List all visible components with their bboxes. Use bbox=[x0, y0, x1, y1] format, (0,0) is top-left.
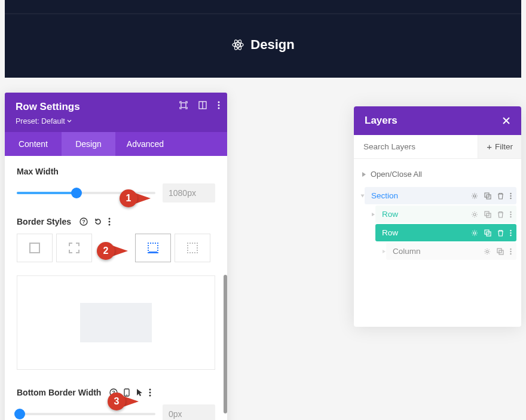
more-icon[interactable] bbox=[510, 248, 512, 255]
layer-actions bbox=[471, 192, 512, 200]
layers-header: Layers bbox=[354, 106, 521, 135]
bottom-border-slider[interactable] bbox=[17, 413, 155, 415]
layer-row[interactable]: Row bbox=[375, 206, 516, 223]
page-title: Design bbox=[250, 37, 294, 53]
search-input[interactable] bbox=[354, 135, 478, 158]
preset-dropdown[interactable]: Preset: Default bbox=[16, 117, 72, 125]
panel-header-actions bbox=[179, 101, 220, 109]
layers-panel: Layers + Filter Open/Close All Section bbox=[354, 106, 521, 327]
more-icon[interactable] bbox=[149, 388, 151, 397]
slider-thumb[interactable] bbox=[14, 409, 25, 419]
svg-point-39 bbox=[510, 234, 511, 235]
layer-section[interactable]: Section bbox=[365, 187, 516, 204]
svg-point-32 bbox=[510, 213, 511, 214]
more-icon[interactable] bbox=[108, 217, 111, 226]
gear-icon[interactable] bbox=[484, 248, 491, 255]
open-close-all[interactable]: Open/Close All bbox=[359, 166, 516, 186]
focus-icon[interactable] bbox=[179, 101, 188, 109]
svg-point-34 bbox=[473, 232, 476, 234]
svg-point-28 bbox=[473, 213, 476, 216]
more-icon[interactable] bbox=[510, 192, 512, 200]
callout-1: 1 bbox=[120, 189, 151, 207]
settings-tabs: Content Design Advanced bbox=[5, 132, 227, 156]
layers-title: Layers bbox=[365, 115, 397, 127]
page-title-area: Design bbox=[5, 0, 521, 53]
svg-point-33 bbox=[510, 216, 511, 217]
gear-icon[interactable] bbox=[471, 211, 478, 218]
max-width-value[interactable]: 1080px bbox=[163, 183, 215, 203]
layer-row-active[interactable]: Row bbox=[375, 224, 516, 241]
close-button[interactable] bbox=[502, 117, 510, 125]
svg-point-45 bbox=[510, 253, 511, 254]
tab-advanced[interactable]: Advanced bbox=[115, 132, 175, 156]
svg-point-27 bbox=[510, 197, 511, 198]
svg-point-19 bbox=[149, 389, 151, 391]
gear-icon[interactable] bbox=[471, 229, 478, 237]
duplicate-icon[interactable] bbox=[497, 248, 504, 255]
scrollbar[interactable] bbox=[224, 275, 227, 413]
border-style-bottom[interactable] bbox=[135, 234, 171, 262]
more-icon[interactable] bbox=[510, 211, 512, 218]
border-styles-actions: ? bbox=[79, 217, 111, 226]
layers-search-row: + Filter bbox=[354, 135, 521, 159]
close-icon bbox=[502, 117, 510, 125]
tab-content[interactable]: Content bbox=[5, 132, 62, 156]
svg-point-0 bbox=[237, 44, 239, 46]
svg-point-13 bbox=[109, 221, 111, 223]
header-banner: Design bbox=[5, 0, 521, 78]
preview-shape bbox=[80, 303, 152, 342]
svg-point-40 bbox=[486, 250, 488, 253]
layer-label: Row bbox=[382, 210, 398, 219]
caret-right-icon bbox=[383, 250, 386, 253]
border-style-dashed[interactable] bbox=[56, 234, 92, 262]
gear-icon[interactable] bbox=[471, 192, 478, 200]
layer-actions bbox=[471, 229, 512, 237]
border-style-dotted[interactable] bbox=[175, 234, 210, 262]
more-icon[interactable] bbox=[510, 229, 512, 237]
callout-bubble: 2 bbox=[97, 242, 115, 260]
max-width-control: 1080px bbox=[17, 183, 215, 203]
svg-point-7 bbox=[218, 102, 220, 103]
slider-fill bbox=[17, 192, 77, 194]
layer-label: Column bbox=[393, 247, 421, 256]
reset-icon[interactable] bbox=[94, 217, 102, 226]
trash-icon[interactable] bbox=[497, 211, 504, 218]
svg-rect-4 bbox=[181, 103, 186, 108]
svg-point-25 bbox=[510, 192, 511, 194]
max-width-label: Max Width bbox=[17, 167, 215, 176]
trash-icon[interactable] bbox=[497, 229, 504, 237]
caret-down-icon bbox=[372, 231, 375, 234]
preset-label: Preset: Default bbox=[16, 117, 65, 125]
svg-point-37 bbox=[510, 229, 511, 231]
tab-design[interactable]: Design bbox=[62, 132, 115, 156]
filter-button[interactable]: + Filter bbox=[478, 135, 521, 158]
help-icon[interactable]: ? bbox=[79, 217, 88, 226]
bottom-border-value[interactable]: 0px bbox=[163, 404, 215, 420]
columns-icon[interactable] bbox=[198, 101, 207, 109]
caret-right-icon bbox=[372, 213, 375, 216]
border-style-solid[interactable] bbox=[17, 234, 53, 262]
duplicate-icon[interactable] bbox=[484, 192, 491, 200]
layer-actions bbox=[484, 248, 512, 255]
callout-3: 3 bbox=[108, 393, 139, 410]
duplicate-icon[interactable] bbox=[484, 211, 491, 218]
panel-body: Max Width 1080px Border Styles ? bbox=[5, 156, 227, 420]
callout-bubble: 3 bbox=[108, 393, 126, 410]
border-styles-label: Border Styles ? bbox=[17, 217, 215, 226]
svg-point-12 bbox=[109, 218, 111, 220]
more-icon[interactable] bbox=[218, 101, 220, 109]
border-styles-text: Border Styles bbox=[17, 217, 71, 226]
open-close-label: Open/Close All bbox=[371, 170, 422, 179]
svg-point-8 bbox=[218, 105, 220, 106]
border-preview bbox=[17, 275, 215, 370]
caret-down-icon bbox=[67, 119, 72, 124]
atom-icon bbox=[231, 38, 244, 51]
trash-icon[interactable] bbox=[497, 192, 504, 200]
svg-point-31 bbox=[510, 211, 511, 212]
bottom-border-width-text: Bottom Border Width bbox=[17, 388, 101, 397]
duplicate-icon[interactable] bbox=[484, 229, 491, 237]
divider bbox=[5, 13, 521, 14]
layer-column[interactable]: Column bbox=[386, 243, 516, 260]
caret-down-icon bbox=[361, 194, 365, 197]
slider-thumb[interactable] bbox=[71, 188, 82, 198]
